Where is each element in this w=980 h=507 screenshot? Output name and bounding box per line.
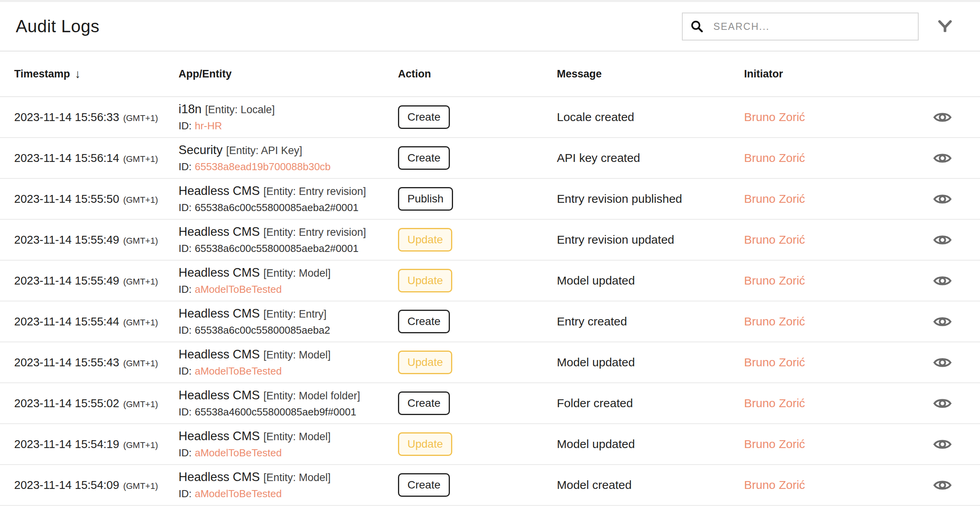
- view-details-button[interactable]: [933, 193, 952, 206]
- entity-id-line: ID: aModelToBeTested: [179, 488, 282, 500]
- action-cell: Create: [398, 138, 557, 178]
- eye-icon: [933, 479, 952, 492]
- message-text: Model created: [557, 478, 632, 492]
- view-details-button[interactable]: [933, 479, 952, 492]
- action-badge: Update: [398, 269, 452, 292]
- action-badge: Create: [398, 391, 450, 415]
- entity-id-value[interactable]: aModelToBeTested: [195, 447, 282, 459]
- timestamp-value: 2023-11-14 15:55:44: [14, 315, 119, 328]
- view-details-button[interactable]: [933, 397, 952, 410]
- entity-id-line: ID: aModelToBeTested: [179, 447, 282, 459]
- app-entity-cell: Headless CMS [Entity: Entry] ID: 65538a6…: [179, 301, 398, 342]
- view-details-button[interactable]: [933, 315, 952, 328]
- timezone-label: (GMT+1): [123, 440, 158, 450]
- column-header-label: Timestamp: [14, 68, 70, 80]
- eye-icon: [933, 315, 952, 328]
- initiator-link[interactable]: Bruno Zorić: [744, 437, 805, 451]
- table-row: 2023-11-14 15:55:44 (GMT+1) Headless CMS…: [0, 301, 980, 342]
- view-details-button[interactable]: [933, 274, 952, 287]
- action-badge: Update: [398, 228, 452, 252]
- entity-id-line: ID: aModelToBeTested: [179, 283, 282, 296]
- entity-kind: [Entity: Entry revision]: [263, 186, 366, 198]
- initiator-link[interactable]: Bruno Zorić: [744, 274, 805, 287]
- initiator-cell: Bruno Zorić: [744, 220, 902, 260]
- eye-icon: [933, 233, 952, 246]
- entity-id-line: ID: hr-HR: [179, 120, 222, 132]
- entity-kind: [Entity: Entry]: [263, 308, 327, 320]
- message-text: Entry revision updated: [557, 233, 674, 246]
- id-label: ID:: [179, 488, 192, 500]
- entity-id-value[interactable]: hr-HR: [195, 120, 222, 132]
- filter-button[interactable]: [938, 18, 952, 34]
- view-details-button[interactable]: [933, 438, 952, 451]
- row-actions-cell: [902, 383, 980, 423]
- initiator-link[interactable]: Bruno Zorić: [744, 397, 805, 410]
- entity-line: Headless CMS [Entity: Model]: [179, 429, 331, 443]
- action-cell: Create: [398, 383, 557, 423]
- search-input[interactable]: [713, 20, 911, 33]
- timezone-label: (GMT+1): [123, 358, 158, 369]
- id-label: ID:: [179, 202, 192, 214]
- action-cell: Create: [398, 97, 557, 137]
- initiator-cell: Bruno Zorić: [744, 138, 902, 178]
- entity-id-value: 65538a6c00c55800085aeba2#0001: [195, 242, 358, 255]
- view-details-button[interactable]: [933, 152, 952, 165]
- timestamp-value: 2023-11-14 15:55:02: [14, 397, 119, 410]
- entity-id-value: 65538a6c00c55800085aeba2#0001: [195, 202, 358, 214]
- timezone-label: (GMT+1): [123, 154, 158, 164]
- app-name: Headless CMS: [179, 429, 260, 443]
- entity-kind: [Entity: Model]: [263, 472, 331, 484]
- timestamp-value: 2023-11-14 15:56:33: [14, 111, 119, 124]
- table-row: 2023-11-14 15:55:02 (GMT+1) Headless CMS…: [0, 383, 980, 424]
- app-entity-cell: Security [Entity: API Key] ID: 65538a8ea…: [179, 138, 398, 178]
- entity-id-line: ID: 65538a6c00c55800085aeba2#0001: [179, 242, 359, 255]
- action-cell: Create: [398, 301, 557, 342]
- action-cell: Publish: [398, 179, 557, 219]
- initiator-link[interactable]: Bruno Zorić: [744, 110, 805, 124]
- entity-line: Headless CMS [Entity: Model]: [179, 347, 331, 362]
- entity-id-line: ID: 65538a8ead19b700088b30cb: [179, 161, 331, 173]
- view-details-button[interactable]: [933, 111, 952, 124]
- view-details-button[interactable]: [933, 356, 952, 369]
- eye-icon: [933, 193, 952, 206]
- initiator-link[interactable]: Bruno Zorić: [744, 233, 805, 246]
- table-row: 2023-11-14 15:54:09 (GMT+1) Headless CMS…: [0, 465, 980, 506]
- entity-id-value[interactable]: aModelToBeTested: [195, 488, 282, 500]
- column-header-timestamp[interactable]: Timestamp ↓: [0, 67, 179, 81]
- id-label: ID:: [179, 406, 192, 418]
- action-badge: Update: [398, 432, 452, 456]
- initiator-link[interactable]: Bruno Zorić: [744, 315, 805, 328]
- initiator-link[interactable]: Bruno Zorić: [744, 192, 805, 206]
- message-text: Model updated: [557, 437, 635, 451]
- search-box[interactable]: [682, 13, 919, 40]
- initiator-link[interactable]: Bruno Zorić: [744, 151, 805, 165]
- table-header: Timestamp ↓ App/Entity Action Message In…: [0, 51, 980, 97]
- table-row: 2023-11-14 15:55:50 (GMT+1) Headless CMS…: [0, 179, 980, 220]
- initiator-cell: Bruno Zorić: [744, 424, 902, 464]
- entity-line: i18n [Entity: Locale]: [179, 102, 275, 116]
- app-name: i18n: [179, 102, 202, 116]
- column-header-label: Message: [557, 68, 602, 80]
- timezone-label: (GMT+1): [123, 113, 158, 123]
- message-cell: Model updated: [557, 342, 744, 382]
- message-cell: Entry revision updated: [557, 220, 744, 260]
- entity-kind: [Entity: Model]: [263, 431, 331, 443]
- app-name: Headless CMS: [179, 347, 260, 362]
- topbar: Audit Logs: [0, 2, 980, 51]
- row-actions-cell: [902, 342, 980, 382]
- table-row: 2023-11-14 15:56:33 (GMT+1) i18n [Entity…: [0, 97, 980, 138]
- entity-id-value[interactable]: aModelToBeTested: [195, 283, 282, 296]
- message-cell: Entry revision published: [557, 179, 744, 219]
- page-title: Audit Logs: [16, 17, 99, 36]
- app-entity-cell: Headless CMS [Entity: Model] ID: aModelT…: [179, 261, 398, 301]
- initiator-cell: Bruno Zorić: [744, 97, 902, 137]
- timestamp-value: 2023-11-14 15:54:19: [14, 438, 119, 451]
- timestamp-cell: 2023-11-14 15:55:02 (GMT+1): [0, 397, 179, 410]
- eye-icon: [933, 274, 952, 287]
- entity-id-value[interactable]: aModelToBeTested: [195, 365, 282, 377]
- view-details-button[interactable]: [933, 233, 952, 246]
- entity-id-value[interactable]: 65538a8ead19b700088b30cb: [195, 161, 331, 173]
- initiator-link[interactable]: Bruno Zorić: [744, 356, 805, 369]
- initiator-cell: Bruno Zorić: [744, 383, 902, 423]
- initiator-link[interactable]: Bruno Zorić: [744, 478, 805, 492]
